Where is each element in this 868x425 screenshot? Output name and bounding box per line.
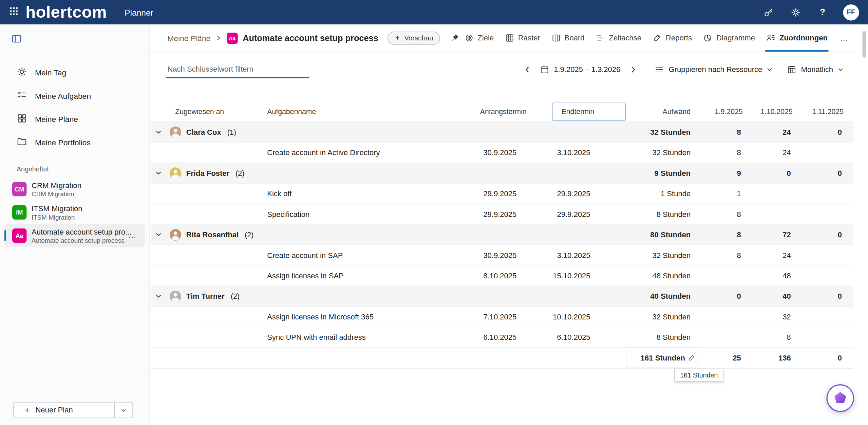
column-header-anfangstermin[interactable]: Anfangstermin [477,107,527,116]
task-end[interactable]: 29.9.2025 [527,210,590,218]
task-start[interactable]: 29.9.2025 [477,210,527,218]
new-plan-button[interactable]: + Neuer Plan [14,405,114,415]
task-start[interactable]: 30.9.2025 [477,148,527,157]
sidebar-item-meine-aufgaben[interactable]: Meine Aufgaben [0,84,149,108]
column-header-month-2[interactable]: 1.10.2025 [743,107,793,116]
task-name[interactable]: Assign licenses in SAP [266,272,477,280]
keyword-filter-input[interactable] [166,61,309,78]
tab-raster[interactable]: Raster [499,24,546,52]
next-period-button[interactable] [626,62,640,76]
task-month-2[interactable]: 32 [743,312,793,321]
total-effort-cell[interactable]: 161 Stunden [626,348,698,368]
sidebar-plan-automate[interactable]: Aa Automate account setup pro... Automat… [4,224,145,247]
collapse-group-chevron-icon[interactable] [151,231,166,238]
task-month-1[interactable]: 8 [691,251,743,259]
task-row[interactable]: Specification 29.9.2025 29.9.2025 8 Stun… [151,204,853,224]
group-month-1[interactable]: 0 [691,292,743,300]
column-header-endtermin[interactable]: Endtermin [552,103,626,121]
group-month-3[interactable]: 0 [793,230,854,239]
tab-board[interactable]: Board [546,24,590,52]
account-avatar[interactable]: FF [843,4,859,20]
group-row[interactable]: Tim Turner (2) 40 Stunden 0 40 0 [151,286,853,307]
task-start[interactable]: 8.10.2025 [477,272,527,280]
task-effort[interactable]: 8 Stunden [590,333,691,341]
scrollbar[interactable] [863,31,866,57]
task-name[interactable]: Assign licenses in Microsoft 365 [266,312,477,321]
task-row[interactable]: Create account in SAP 30.9.2025 3.10.202… [151,245,853,265]
task-month-2[interactable]: 48 [743,272,793,280]
collapse-sidebar-icon[interactable] [11,33,22,44]
collapse-group-chevron-icon[interactable] [151,293,166,299]
task-effort[interactable]: 32 Stunden [590,312,691,321]
task-row[interactable]: Create account in Active Directory 30.9.… [151,143,853,163]
preview-badge[interactable]: Vorschau [388,31,440,44]
column-header-month-1[interactable]: 1.9.2025 [691,107,743,116]
column-header-month-3[interactable]: 1.11.2025 [793,107,854,116]
copilot-button[interactable] [826,384,854,412]
task-row[interactable]: Kick off 29.9.2025 29.9.2025 1 Stunde 1 [151,184,853,204]
task-name[interactable]: Create account in Active Directory [266,148,477,157]
tab-reports[interactable]: Reports [647,24,697,52]
task-effort[interactable]: 48 Stunden [590,272,691,280]
task-row[interactable]: Sync UPN with email address 6.10.2025 6.… [151,327,853,348]
task-end[interactable]: 3.10.2025 [527,251,590,259]
task-month-2[interactable]: 24 [743,148,793,157]
tabs-overflow-button[interactable]: … [833,24,855,52]
date-range-control[interactable]: 1.9.2025 – 1.3.2026 [540,64,620,74]
settings-gear-icon[interactable] [789,5,802,19]
group-by-dropdown[interactable]: Gruppieren nach Ressource [655,64,773,74]
task-month-1[interactable]: 8 [691,210,743,218]
sidebar-plan-crm[interactable]: CM CRM Migration CRM Migration [4,178,145,201]
task-effort[interactable]: 32 Stunden [590,148,691,157]
task-end[interactable]: 10.10.2025 [527,312,590,321]
task-start[interactable]: 7.10.2025 [477,312,527,321]
task-name[interactable]: Sync UPN with email address [266,333,477,341]
task-name[interactable]: Create account in SAP [266,251,477,259]
group-month-3[interactable]: 0 [793,169,854,177]
task-end[interactable]: 6.10.2025 [527,333,590,341]
task-start[interactable]: 29.9.2025 [477,189,527,198]
task-effort[interactable]: 1 Stunde [590,189,691,198]
task-month-2[interactable]: 24 [743,251,793,259]
group-month-2[interactable]: 72 [743,230,793,239]
tab-ziele[interactable]: Ziele [459,24,499,52]
task-end[interactable]: 15.10.2025 [527,272,590,280]
zoom-dropdown[interactable]: Monatlich [787,64,844,74]
sidebar-item-mein-tag[interactable]: Mein Tag [0,61,149,85]
task-name[interactable]: Kick off [266,189,477,198]
group-row[interactable]: Rita Rosenthal (2) 80 Stunden 8 72 0 [151,225,853,245]
tab-diagramme[interactable]: Diagramme [698,24,761,52]
sidebar-item-meine-plaene[interactable]: Meine Pläne [0,108,149,131]
tab-zuordnungen[interactable]: Zuordnungen [760,24,833,52]
group-month-2[interactable]: 24 [743,128,793,136]
prev-period-button[interactable] [520,62,534,76]
group-row[interactable]: Frida Foster (2) 9 Stunden 9 0 0 [151,163,853,183]
group-month-2[interactable]: 40 [743,292,793,300]
group-month-1[interactable]: 8 [691,230,743,239]
task-start[interactable]: 30.9.2025 [477,251,527,259]
collapse-group-chevron-icon[interactable] [151,129,166,135]
collapse-group-chevron-icon[interactable] [151,170,166,177]
group-month-2[interactable]: 0 [743,169,793,177]
task-effort[interactable]: 32 Stunden [590,251,691,259]
sidebar-plan-itsm[interactable]: IM ITSM Migration ITSM Migration [4,201,145,224]
task-row[interactable]: Assign licenses in SAP 8.10.2025 15.10.2… [151,265,853,286]
task-name[interactable]: Specification [266,210,477,218]
new-plan-dropdown[interactable] [114,403,132,418]
group-month-1[interactable]: 8 [691,128,743,136]
task-end[interactable]: 3.10.2025 [527,148,590,157]
sidebar-item-meine-portfolios[interactable]: Meine Portfolios [0,131,149,154]
task-month-1[interactable]: 8 [691,148,743,157]
group-row[interactable]: Clara Cox (1) 32 Stunden 8 24 0 [151,122,853,142]
pin-icon[interactable] [450,34,459,42]
group-month-1[interactable]: 9 [691,169,743,177]
plan-more-button[interactable]: … [128,230,137,240]
task-month-2[interactable]: 8 [743,333,793,341]
task-start[interactable]: 6.10.2025 [477,333,527,341]
column-header-zugewiesen-an[interactable]: Zugewiesen an [166,107,266,116]
task-end[interactable]: 29.9.2025 [527,189,590,198]
task-effort[interactable]: 8 Stunden [590,210,691,218]
group-month-3[interactable]: 0 [793,128,854,136]
task-month-1[interactable]: 1 [691,189,743,198]
task-row[interactable]: Assign licenses in Microsoft 365 7.10.20… [151,307,853,327]
